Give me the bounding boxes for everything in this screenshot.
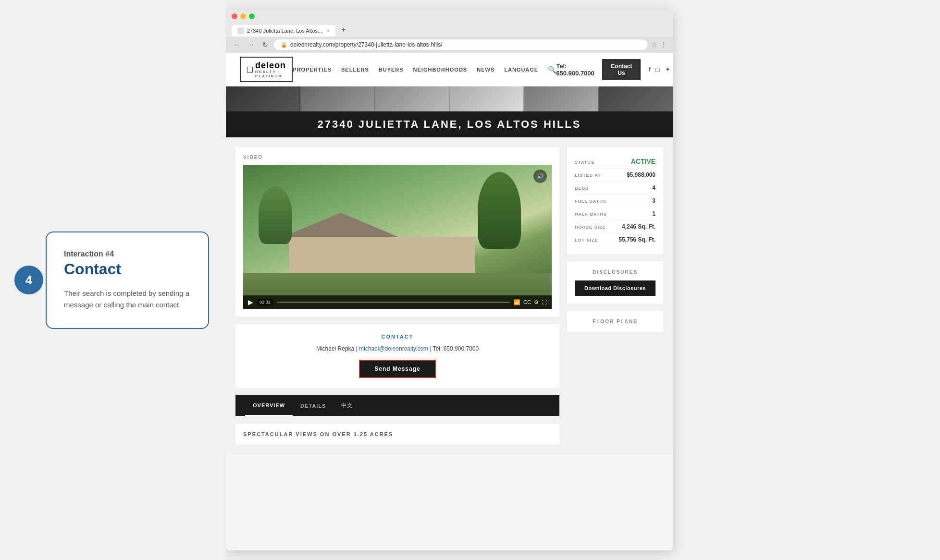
overview-text: SPECTACULAR VIEWS ON OVER 1.25 ACRES: [243, 431, 552, 437]
interaction-title: Contact: [64, 260, 191, 278]
interaction-subtitle: Interaction #4: [64, 250, 191, 258]
half-baths-label: HALF BATHS: [575, 212, 607, 217]
browser-wrapper: 27340 Julietta Lane, Los Altos... × + ← …: [226, 0, 940, 560]
twitter-icon[interactable]: ✦: [665, 66, 670, 73]
sound-icon[interactable]: 🔊: [533, 170, 547, 183]
tab-close-icon[interactable]: ×: [327, 28, 330, 34]
video-time: 02:31: [257, 299, 273, 305]
disclosures-label: DISCLOSURES: [575, 269, 656, 275]
site-logo[interactable]: □ deleon REALTY · PLATINUM: [240, 57, 293, 82]
dot-red[interactable]: [232, 13, 237, 19]
new-tab-button[interactable]: +: [337, 23, 349, 37]
tab-overview[interactable]: OVERVIEW: [245, 396, 293, 416]
house-size-value: 4,246 Sq. Ft.: [622, 223, 656, 230]
property-title-bar: 27340 JULIETTA LANE, LOS ALTOS HILLS: [226, 111, 673, 137]
logo-sub: REALTY · PLATINUM: [255, 70, 286, 78]
contact-label: CONTACT: [243, 334, 552, 340]
stat-row-housesize: HOUSE SIZE 4,246 Sq. Ft.: [575, 220, 656, 233]
nav-properties[interactable]: PROPERTIES: [293, 67, 332, 73]
play-button[interactable]: ▶: [248, 298, 253, 306]
step-number: 4: [25, 273, 32, 288]
house-roof: [283, 213, 398, 237]
site-nav: PROPERTIES SELLERS BUYERS NEIGHBORHOODS …: [293, 66, 556, 73]
overview-section: SPECTACULAR VIEWS ON OVER 1.25 ACRES: [235, 424, 559, 445]
browser-actions: ☆ ⋮: [651, 41, 667, 49]
content-left: VIDEO 🔊 ▶: [235, 147, 559, 445]
left-panel: 4 Interaction #4 Contact Their search is…: [0, 0, 226, 560]
search-icon[interactable]: 🔍: [548, 66, 556, 73]
back-button[interactable]: ←: [232, 40, 242, 49]
video-section: VIDEO 🔊 ▶: [235, 147, 559, 317]
more-icon[interactable]: ⋮: [660, 41, 667, 49]
cc-icon[interactable]: CC: [523, 299, 531, 305]
contact-section: CONTACT Michael Repka | michael@deleonre…: [235, 324, 559, 388]
image-strip-seg5: [524, 86, 598, 111]
tree-left: [259, 186, 292, 244]
nav-buyers[interactable]: BUYERS: [379, 67, 404, 73]
half-baths-value: 1: [652, 210, 656, 217]
contact-us-button[interactable]: Contact Us: [602, 59, 641, 80]
tab-chinese[interactable]: 中文: [334, 395, 360, 416]
image-strip-seg3: [375, 86, 449, 111]
stat-row-status: STATUS ACTIVE: [575, 155, 656, 169]
floor-plans-label: FLOOR PLANS: [575, 319, 656, 324]
page-content: □ deleon REALTY · PLATINUM PROPERTIES SE…: [226, 53, 673, 550]
instagram-icon[interactable]: ◻: [655, 66, 660, 73]
nav-sellers[interactable]: SELLERS: [341, 67, 369, 73]
content-right: STATUS ACTIVE LISTED AT $5,988,000 BEDS …: [567, 147, 663, 445]
video-background: [243, 165, 552, 309]
contact-email-link[interactable]: michael@deleonrealty.com: [359, 345, 428, 352]
download-disclosures-button[interactable]: Download Disclosures: [575, 280, 656, 296]
listed-at-label: LISTED AT: [575, 173, 601, 178]
beds-label: BEDS: [575, 186, 589, 191]
contact-info: Michael Repka | michael@deleonrealty.com…: [243, 345, 552, 352]
full-baths-label: FULL BATHS: [575, 199, 606, 204]
beds-value: 4: [652, 184, 656, 191]
floor-plans-section: FLOOR PLANS: [567, 311, 663, 332]
stat-row-listed: LISTED AT $5,988,000: [575, 169, 656, 182]
property-stats: STATUS ACTIVE LISTED AT $5,988,000 BEDS …: [567, 147, 663, 254]
logo-name: deleon: [255, 61, 286, 70]
video-controls: ▶ 02:31 📶 CC ⚙ ⛶: [243, 295, 552, 309]
video-label: VIDEO: [243, 155, 552, 160]
disclosures-section: DISCLOSURES Download Disclosures: [567, 262, 663, 304]
nav-news[interactable]: NEWS: [477, 67, 495, 73]
video-container[interactable]: 🔊 ▶ 02:31 📶 CC ⚙ ⛶: [243, 165, 552, 309]
image-strip-seg2: [300, 86, 374, 111]
image-strip-seg4: [450, 86, 523, 111]
property-title: 27340 JULIETTA LANE, LOS ALTOS HILLS: [318, 118, 581, 130]
forward-button[interactable]: →: [246, 40, 257, 49]
image-strip: [226, 86, 673, 111]
lot-size-value: 55,756 Sq. Ft.: [618, 236, 656, 243]
browser-window: 27340 Julietta Lane, Los Altos... × + ← …: [226, 10, 673, 550]
stat-row-lotsize: LOT SIZE 55,756 Sq. Ft.: [575, 233, 656, 246]
browser-addressbar: ← → ↻ 🔒 deleonrealty.com/property/27340-…: [226, 37, 673, 53]
video-progress-bar[interactable]: [277, 302, 510, 303]
browser-chrome: 27340 Julietta Lane, Los Altos... × +: [226, 10, 673, 37]
nav-language[interactable]: LANGUAGE: [504, 67, 538, 73]
nav-neighborhoods[interactable]: NEIGHBORHOODS: [413, 67, 468, 73]
fullscreen-icon[interactable]: ⛶: [542, 299, 547, 305]
contact-name: Michael Repka: [316, 345, 354, 352]
refresh-button[interactable]: ↻: [260, 40, 270, 49]
lot-size-label: LOT SIZE: [575, 238, 598, 243]
interaction-card: Interaction #4 Contact Their search is c…: [46, 231, 209, 329]
dot-yellow[interactable]: [240, 13, 246, 19]
address-field[interactable]: 🔒 deleonrealty.com/property/27340-juliet…: [274, 39, 647, 50]
stat-row-fullbaths: FULL BATHS 3: [575, 195, 656, 207]
settings-icon[interactable]: ⚙: [534, 299, 539, 305]
bookmark-icon[interactable]: ☆: [651, 41, 657, 49]
social-icons: f ◻ ✦ in 微: [648, 65, 673, 74]
image-strip-seg6: [599, 86, 673, 111]
send-message-button[interactable]: Send Message: [359, 360, 435, 378]
dot-green[interactable]: [249, 13, 255, 19]
video-action-icons: 📶 CC ⚙ ⛶: [514, 299, 547, 305]
tab-details[interactable]: DETAILS: [293, 396, 334, 415]
browser-tab-active[interactable]: 27340 Julietta Lane, Los Altos... ×: [232, 25, 335, 37]
facebook-icon[interactable]: f: [648, 66, 650, 73]
tab-favicon: [237, 27, 244, 34]
tree-right: [478, 172, 521, 249]
browser-tabs: 27340 Julietta Lane, Los Altos... × +: [232, 23, 667, 37]
lock-icon: 🔒: [281, 42, 287, 48]
status-value: ACTIVE: [631, 158, 656, 165]
